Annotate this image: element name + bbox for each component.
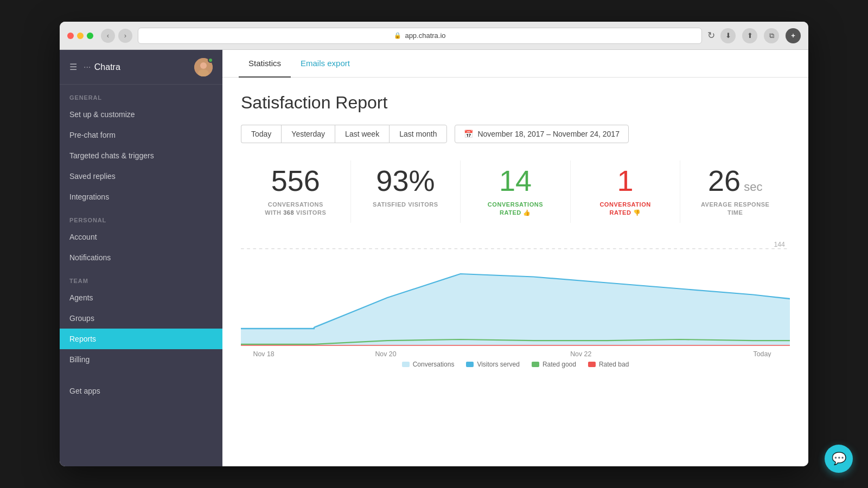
tab-emails-export[interactable]: Emails export (291, 50, 360, 78)
date-range-button[interactable]: 📅 November 18, 2017 – November 24, 2017 (455, 125, 629, 143)
sidebar-item-integrations[interactable]: Integrations (60, 187, 222, 207)
close-dot[interactable] (67, 33, 74, 39)
legend-conversations: Conversations (402, 361, 455, 368)
stat-rated-good: 14 CONVERSATIONSRATED 👍 (461, 160, 571, 223)
add-button[interactable]: + (786, 28, 801, 43)
stat-satisfied: 93% SATISFIED VISITORS (351, 160, 461, 223)
svg-text:Nov 18: Nov 18 (253, 350, 274, 357)
stat-label-satisfied: SATISFIED VISITORS (351, 201, 461, 209)
chat-widget[interactable]: 💬 (825, 445, 853, 473)
address-bar[interactable]: 🔒 app.chatra.io (138, 28, 702, 44)
legend-dot-rated-bad (588, 362, 596, 367)
chart-svg: 144 Nov 18 Nov 20 Nov 22 Today (241, 238, 790, 357)
hamburger-icon[interactable]: ☰ (69, 62, 77, 72)
stat-number-conversations: 556 (241, 166, 350, 195)
legend-rated-good: Rated good (532, 361, 576, 368)
legend-dot-visitors (466, 362, 474, 367)
tab-statistics[interactable]: Statistics (239, 50, 291, 78)
legend-dot-rated-good (532, 362, 539, 367)
stat-number-satisfied: 93% (351, 166, 461, 195)
back-button[interactable]: ‹ (101, 29, 115, 43)
tabs-bar: Statistics Emails export (222, 50, 808, 78)
sidebar-item-targeted[interactable]: Targeted chats & triggers (60, 145, 222, 166)
legend-label-conversations: Conversations (413, 361, 455, 368)
sidebar: ☰ ··· Chatra GENERA (60, 50, 222, 466)
sidebar-item-agents[interactable]: Agents (60, 287, 222, 308)
stat-number-response-time: 26 sec (680, 166, 790, 195)
legend-dot-conversations (402, 362, 410, 367)
legend-visitors-served: Visitors served (466, 361, 519, 368)
svg-point-1 (200, 62, 207, 69)
stat-label-rated-good: CONVERSATIONSRATED 👍 (461, 201, 570, 217)
page-title: Satisfaction Report (241, 93, 790, 113)
svg-text:Today: Today (754, 350, 772, 357)
content-area: Satisfaction Report Today Yesterday Last… (222, 78, 808, 466)
minimize-dot[interactable] (77, 33, 84, 39)
lock-icon: 🔒 (394, 32, 401, 39)
chart-container: 144 Nov 18 Nov 20 Nov 22 Today (241, 238, 790, 357)
reload-button[interactable]: ↻ (707, 30, 715, 41)
browser-dots (67, 33, 93, 39)
sidebar-item-groups[interactable]: Groups (60, 308, 222, 329)
forward-button[interactable]: › (118, 29, 132, 43)
filter-today[interactable]: Today (241, 125, 281, 143)
browser-chrome: ‹ › 🔒 app.chatra.io ↻ ⬇ ⬆ ⧉ + (60, 22, 808, 50)
maximize-dot[interactable] (87, 33, 93, 39)
stats-row: 556 CONVERSATIONSWITH 368 VISITORS 93% S… (241, 160, 790, 223)
sidebar-item-saved-replies[interactable]: Saved replies (60, 166, 222, 187)
new-tab-button[interactable]: ⧉ (764, 28, 779, 43)
legend-rated-bad: Rated bad (588, 361, 629, 368)
chart-legend: Conversations Visitors served Rated good… (241, 361, 790, 368)
svg-text:Nov 20: Nov 20 (375, 350, 396, 357)
sidebar-item-get-apps[interactable]: Get apps (60, 381, 222, 401)
date-range-text: November 18, 2017 – November 24, 2017 (477, 130, 620, 138)
sidebar-item-setup[interactable]: Set up & customize (60, 104, 222, 125)
calendar-icon: 📅 (464, 130, 473, 138)
browser-nav: ‹ › (101, 29, 132, 43)
browser-window: ‹ › 🔒 app.chatra.io ↻ ⬇ ⬆ ⧉ + ☰ ··· Chat… (60, 22, 808, 466)
chat-widget-icon: 💬 (832, 452, 846, 466)
browser-actions: ⬇ ⬆ ⧉ + (720, 28, 801, 43)
stat-label-conversations: CONVERSATIONSWITH 368 VISITORS (241, 201, 350, 217)
sidebar-item-pre-chat[interactable]: Pre-chat form (60, 125, 222, 145)
section-label-personal: PERSONAL (60, 207, 222, 227)
stat-response-time: 26 sec AVERAGE RESPONSETIME (680, 160, 790, 223)
url-text: app.chatra.io (405, 31, 445, 40)
svg-text:144: 144 (774, 241, 785, 248)
section-label-general: GENERAL (60, 85, 222, 104)
stat-number-rated-bad: 1 (571, 166, 680, 195)
legend-label-rated-good: Rated good (542, 361, 576, 368)
stat-label-response-time: AVERAGE RESPONSETIME (680, 201, 790, 217)
sidebar-item-reports[interactable]: Reports (60, 329, 222, 349)
share-button[interactable]: ⬆ (742, 28, 757, 43)
avatar-wrapper[interactable] (194, 58, 213, 76)
filter-last-week[interactable]: Last week (335, 125, 389, 143)
stat-rated-bad: 1 CONVERSATIONRATED 👎 (571, 160, 681, 223)
section-label-team: TEAM (60, 268, 222, 287)
sidebar-item-notifications[interactable]: Notifications (60, 247, 222, 268)
app-body: ☰ ··· Chatra GENERA (60, 50, 808, 466)
filter-bar: Today Yesterday Last week Last month 📅 N… (241, 125, 790, 143)
stat-number-rated-good: 14 (461, 166, 570, 195)
legend-label-visitors: Visitors served (477, 361, 519, 368)
filter-yesterday[interactable]: Yesterday (281, 125, 335, 143)
stat-conversations: 556 CONVERSATIONSWITH 368 VISITORS (241, 160, 351, 223)
avatar-status (208, 57, 213, 63)
stat-label-rated-bad: CONVERSATIONRATED 👎 (571, 201, 680, 217)
sidebar-item-account[interactable]: Account (60, 227, 222, 247)
svg-marker-5 (241, 274, 790, 345)
brand-dots: ··· (84, 62, 91, 72)
main-content: Statistics Emails export Satisfaction Re… (222, 50, 808, 466)
brand-name: ··· Chatra (84, 62, 188, 72)
legend-label-rated-bad: Rated bad (599, 361, 629, 368)
svg-text:Nov 22: Nov 22 (570, 350, 591, 357)
download-button[interactable]: ⬇ (720, 28, 736, 43)
sidebar-item-billing[interactable]: Billing (60, 349, 222, 370)
filter-last-month[interactable]: Last month (389, 125, 447, 143)
sidebar-header: ☰ ··· Chatra (60, 50, 222, 85)
